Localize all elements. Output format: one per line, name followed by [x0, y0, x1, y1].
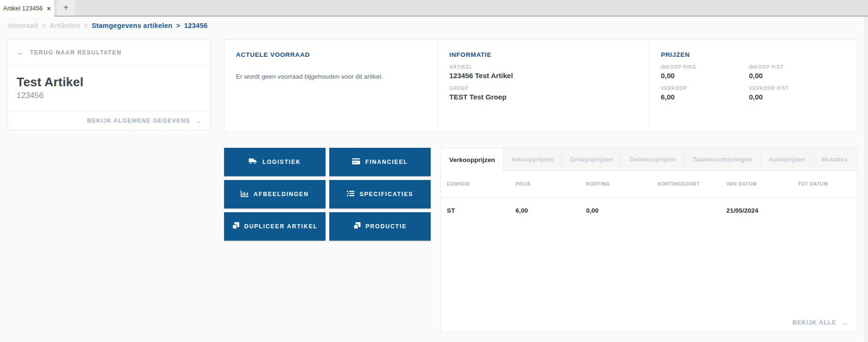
- current-stock-message: Er wordt geen voorraad bijgehouden voor …: [236, 73, 426, 80]
- productie-button[interactable]: PRODUCTIE: [329, 212, 431, 241]
- tab-strip-filler: [856, 148, 857, 171]
- table-row[interactable]: ST 6,00 0,00 21/05/2024: [441, 198, 857, 223]
- arrow-right-icon: →: [841, 318, 849, 326]
- view-all-label: BEKIJK ALLE: [793, 319, 837, 326]
- column-header-korting: KORTING: [586, 181, 658, 187]
- specificaties-button[interactable]: SPECIFICATIES: [329, 180, 431, 208]
- plus-icon: +: [63, 2, 69, 13]
- action-button-label: SPECIFICATIES: [360, 191, 413, 198]
- chevron-right-icon: >: [42, 22, 46, 29]
- action-button-label: DUPLICEER ARTIKEL: [244, 223, 318, 230]
- action-button-label: PRODUCTIE: [366, 223, 407, 230]
- arrow-right-icon: →: [195, 117, 202, 125]
- tab-verkoopprijzen[interactable]: Verkoopprijzen: [441, 148, 504, 171]
- current-stock-section: ACTUELE VOORRAAD Er wordt geen voorraad …: [225, 40, 437, 132]
- tab-debiteurprijzen[interactable]: Debiteurprijzen: [621, 148, 684, 171]
- information-section: INFORMATIE ARTIKEL 123456 Test Artikel G…: [437, 40, 649, 132]
- chevron-right-icon: >: [176, 22, 181, 29]
- cell-prijs: 6,00: [515, 207, 586, 214]
- breadcrumb: Voorraad > Artikelen > Stamgegevens arti…: [8, 22, 208, 29]
- close-icon[interactable]: ×: [47, 5, 51, 12]
- back-to-results-link[interactable]: ← TERUG NAAR RESULTATEN: [8, 40, 210, 65]
- field-label: ARTIKEL: [449, 64, 637, 70]
- action-button-label: LOGISTIEK: [262, 159, 301, 165]
- cell-eenheid: ST: [447, 207, 515, 214]
- financieel-button[interactable]: FINANCIEEL: [329, 148, 431, 176]
- article-title: Test Artikel: [17, 75, 201, 90]
- field-value: 0,00: [661, 72, 749, 80]
- column-header-van-datum: VAN DATUM: [726, 181, 798, 187]
- breadcrumb-item-artikelen[interactable]: Artikelen: [50, 22, 80, 29]
- summary-card: ACTUELE VOORRAAD Er wordt geen voorraad …: [224, 39, 858, 132]
- field-label: VERKOOP: [661, 86, 749, 91]
- field-value: 6,00: [661, 93, 749, 101]
- column-header-prijs: PRIJS: [515, 181, 586, 187]
- field-label: INKOOP P/KG: [661, 64, 749, 70]
- tab-inkoopprijzen[interactable]: Inkoopprijzen: [504, 148, 562, 171]
- window-tab-article[interactable]: Artikel 123456 ×: [0, 0, 54, 17]
- back-to-results-label: TERUG NAAR RESULTATEN: [30, 49, 121, 56]
- action-button-label: AFBEELDINGEN: [253, 191, 308, 198]
- breadcrumb-item-voorraad[interactable]: Voorraad: [8, 22, 38, 29]
- breadcrumb-item-stamgegevens[interactable]: Stamgegevens artikelen: [91, 22, 172, 29]
- field-value: 123456 Test Artikel: [449, 72, 637, 80]
- price-table-header: EENHEID PRIJS KORTING KORTINGSOORT VAN D…: [441, 171, 857, 198]
- info-field-groep: GROEP TEST Test Groep: [449, 86, 637, 101]
- current-stock-title: ACTUELE VOORRAAD: [236, 51, 426, 58]
- article-code: 123456: [17, 91, 201, 100]
- field-value: 0,00: [749, 72, 846, 80]
- tab-groepsprijzen[interactable]: Groepsprijzen: [562, 148, 622, 171]
- cell-korting: 0,00: [586, 207, 658, 214]
- field-label: GROEP: [449, 86, 637, 91]
- information-title: INFORMATIE: [449, 51, 637, 58]
- copy-icon: [353, 222, 361, 231]
- prices-section: PRIJZEN INKOOP P/KG 0,00 INKOOP P/ST 0,0…: [649, 40, 857, 132]
- price-panel: Verkoopprijzen Inkoopprijzen Groepsprijz…: [441, 148, 858, 333]
- view-general-data-label: BEKIJK ALGEMENE GEGEVENS: [87, 117, 190, 124]
- breadcrumb-item-article-code[interactable]: 123456: [184, 22, 208, 29]
- price-field-verkoop-pst: VERKOOP P/ST 0,00: [749, 86, 846, 101]
- field-label: VERKOOP P/ST: [749, 86, 846, 91]
- price-field-inkoop-pst: INKOOP P/ST 0,00: [749, 64, 846, 80]
- arrow-left-icon: ←: [17, 48, 25, 57]
- info-field-artikel: ARTIKEL 123456 Test Artikel: [449, 64, 637, 80]
- logistiek-button[interactable]: LOGISTIEK: [224, 148, 326, 176]
- copy-icon: [232, 222, 239, 231]
- view-all-link[interactable]: BEKIJK ALLE →: [793, 318, 849, 326]
- tab-mutaties[interactable]: Mutaties: [814, 148, 856, 171]
- action-button-grid: LOGISTIEK FINANCIEEL AFBEELDINGEN SPECIF…: [224, 148, 431, 241]
- price-panel-tab-strip: Verkoopprijzen Inkoopprijzen Groepsprijz…: [441, 148, 857, 171]
- chevron-right-icon: >: [84, 22, 88, 29]
- window-tab-title: Artikel 123456: [3, 5, 43, 12]
- view-general-data-link[interactable]: BEKIJK ALGEMENE GEGEVENS →: [8, 111, 210, 130]
- chart-bar-icon: [241, 190, 248, 198]
- field-label: INKOOP P/ST: [749, 64, 846, 70]
- credit-card-icon: [352, 158, 360, 166]
- truck-icon: [249, 158, 257, 166]
- column-header-eenheid: EENHEID: [447, 181, 515, 187]
- scrollbar-track[interactable]: [865, 17, 868, 342]
- price-field-inkoop-pkg: INKOOP P/KG 0,00: [661, 64, 749, 80]
- prices-grid: INKOOP P/KG 0,00 INKOOP P/ST 0,00 VERKOO…: [661, 58, 846, 101]
- dupliceer-artikel-button[interactable]: DUPLICEER ARTIKEL: [224, 212, 326, 241]
- article-card: ← TERUG NAAR RESULTATEN Test Artikel 123…: [8, 39, 210, 130]
- field-value: 0,00: [749, 93, 846, 101]
- price-field-verkoop: VERKOOP 6,00: [661, 86, 749, 101]
- prices-title: PRIJZEN: [661, 51, 846, 58]
- column-header-tot-datum: TOT DATUM: [798, 181, 851, 187]
- tab-taalomschrijvingen[interactable]: Taalomschrijvingen: [685, 148, 761, 171]
- tab-bar: Artikel 123456 × +: [0, 0, 868, 17]
- column-header-kortingsoort: KORTINGSOORT: [658, 181, 726, 187]
- article-title-block: Test Artikel 123456: [8, 65, 210, 111]
- field-value: TEST Test Groep: [449, 93, 637, 101]
- tab-actieprijzen[interactable]: Actieprijzen: [760, 148, 814, 171]
- cell-van-datum: 21/05/2024: [726, 207, 798, 214]
- afbeeldingen-button[interactable]: AFBEELDINGEN: [224, 180, 326, 208]
- tasks-icon: [347, 190, 354, 198]
- new-tab-button[interactable]: +: [57, 0, 75, 16]
- action-button-label: FINANCIEEL: [365, 159, 408, 165]
